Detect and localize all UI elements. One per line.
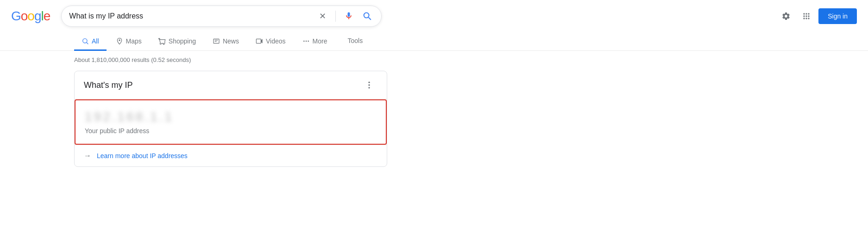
tab-all-label: All	[92, 37, 99, 45]
arrow-right-icon: →	[84, 152, 91, 160]
tab-more[interactable]: More	[295, 33, 335, 51]
news-icon	[213, 37, 220, 45]
svg-point-12	[368, 84, 370, 86]
search-tab-icon	[82, 37, 89, 45]
svg-point-8	[303, 41, 305, 42]
ip-result-box: 192.168.1.1 Your public IP address	[75, 99, 387, 145]
voice-search-button[interactable]	[342, 9, 355, 24]
tab-shopping-label: Shopping	[169, 37, 196, 45]
videos-icon	[256, 37, 263, 45]
apps-button[interactable]	[798, 8, 815, 25]
tools-button[interactable]: Tools	[344, 32, 366, 50]
knowledge-card: What's my IP 192.168.1.1 Your public IP …	[74, 71, 387, 167]
tab-shopping[interactable]: Shopping	[151, 33, 203, 51]
tab-maps-label: Maps	[126, 37, 142, 45]
learn-more-text: Learn more about IP addresses	[97, 152, 188, 159]
header-right: Sign in	[778, 8, 857, 25]
more-dots-icon	[302, 37, 310, 45]
card-title: What's my IP	[84, 80, 132, 90]
tab-videos-label: Videos	[266, 37, 286, 45]
svg-rect-6	[256, 39, 261, 43]
results-area: About 1,810,000,000 results (0.52 second…	[0, 51, 398, 178]
svg-line-1	[87, 43, 88, 44]
three-dots-icon	[365, 80, 374, 90]
tab-videos[interactable]: Videos	[248, 33, 293, 51]
logo-o1: o	[21, 9, 28, 24]
sign-in-button[interactable]: Sign in	[818, 8, 857, 24]
ip-address-display: 192.168.1.1	[85, 110, 377, 124]
logo-o2: o	[27, 9, 34, 24]
mic-icon	[344, 11, 353, 22]
google-logo: Google	[11, 9, 50, 24]
logo-e: e	[44, 9, 50, 24]
grid-icon	[802, 12, 811, 21]
logo-g: G	[11, 9, 21, 24]
shopping-icon	[158, 37, 166, 45]
svg-point-9	[305, 41, 307, 42]
divider	[335, 11, 336, 22]
search-icon	[362, 11, 372, 22]
search-input[interactable]: What is my IP address	[69, 12, 312, 20]
svg-rect-3	[214, 39, 219, 43]
search-button[interactable]	[360, 9, 374, 24]
results-count: About 1,810,000,000 results (0.52 second…	[74, 56, 387, 63]
svg-point-11	[368, 82, 370, 83]
tab-all[interactable]: All	[74, 33, 107, 51]
svg-point-2	[119, 39, 120, 41]
card-header: What's my IP	[75, 71, 387, 99]
tab-news[interactable]: News	[205, 33, 246, 51]
settings-button[interactable]	[778, 8, 794, 25]
learn-more-row[interactable]: → Learn more about IP addresses	[75, 145, 387, 166]
header: Google What is my IP address ✕	[0, 0, 868, 32]
clear-button[interactable]: ✕	[316, 10, 329, 23]
tab-maps[interactable]: Maps	[108, 33, 149, 51]
tab-more-label: More	[313, 37, 327, 45]
ip-label: Your public IP address	[85, 127, 377, 135]
tab-news-label: News	[223, 37, 239, 45]
card-options-button[interactable]	[361, 79, 377, 92]
search-bar: What is my IP address ✕	[61, 6, 382, 27]
svg-point-10	[308, 41, 309, 42]
clear-icon: ✕	[318, 12, 327, 21]
search-icons: ✕	[316, 9, 374, 24]
nav-bar: All Maps Shopping News Videos	[0, 32, 868, 51]
logo-g2: g	[34, 9, 41, 24]
gear-icon	[781, 12, 791, 21]
svg-point-13	[368, 87, 370, 88]
maps-icon	[116, 37, 123, 45]
search-bar-wrapper: What is my IP address ✕	[61, 6, 382, 27]
